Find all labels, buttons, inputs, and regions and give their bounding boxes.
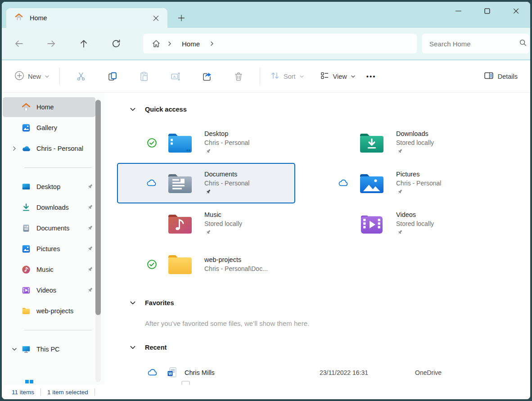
sort-icon: [270, 71, 280, 82]
sidebar-item-gallery[interactable]: Gallery: [3, 118, 97, 138]
sort-button[interactable]: Sort: [266, 67, 309, 86]
chevron-down-icon: [45, 74, 50, 79]
recent-file-row[interactable]: W Chris Mills 23/11/2022 16:31 OneDrive: [104, 361, 530, 384]
search-box[interactable]: [422, 34, 529, 54]
pin-icon: [84, 245, 95, 253]
forward-button[interactable]: [42, 35, 60, 53]
chevron-right-icon: [164, 38, 176, 50]
quick-access-grid: Desktop Chris - Personal Downloads Store…: [117, 122, 530, 284]
search-input[interactable]: [429, 40, 519, 48]
divider: [24, 330, 92, 330]
toolbar-divider: [59, 68, 60, 86]
new-button-label: New: [28, 73, 41, 80]
desktop-icon: [21, 182, 32, 192]
file-tile-documents[interactable]: Documents Chris - Personal: [117, 163, 295, 203]
pin-icon: [396, 229, 434, 237]
sync-ok-icon: [146, 137, 158, 149]
sidebar-item-music[interactable]: Music: [3, 260, 97, 279]
sidebar-item-documents[interactable]: Documents: [3, 218, 97, 238]
tab-home[interactable]: Home: [6, 8, 167, 28]
details-button[interactable]: Details: [479, 67, 522, 86]
svg-text:W: W: [168, 372, 172, 376]
folder-icon: [21, 306, 32, 316]
documents-icon: [21, 223, 32, 233]
folder-icon-downloads: [358, 131, 385, 154]
sidebar-item-pictures[interactable]: Pictures: [3, 239, 97, 259]
home-icon: [14, 13, 23, 23]
folder-icon-music: [167, 212, 194, 235]
word-document-icon: W: [167, 367, 177, 378]
chevron-down-icon[interactable]: [8, 347, 21, 352]
sidebar-item-this-pc[interactable]: This PC: [3, 339, 97, 359]
tile-name: Desktop: [204, 129, 249, 138]
tile-subtitle: Chris - Personal: [204, 179, 249, 188]
section-header-favorites[interactable]: Favorites: [104, 296, 530, 310]
sidebar-scrollbar[interactable]: [95, 99, 101, 382]
up-button[interactable]: [75, 35, 93, 53]
chevron-right-icon[interactable]: [206, 38, 218, 50]
chevron-down-icon: [130, 300, 141, 306]
pin-icon: [204, 148, 249, 156]
view-icon: [320, 71, 329, 82]
breadcrumb-item-home[interactable]: Home: [176, 40, 206, 48]
scrollbar-thumb[interactable]: [95, 100, 101, 315]
file-tile-videos[interactable]: Videos Stored locally: [309, 203, 487, 244]
pictures-icon: [21, 244, 32, 254]
back-button[interactable]: [10, 35, 28, 53]
sidebar-item-label: Videos: [36, 287, 84, 294]
pin-icon: [396, 148, 434, 156]
share-icon[interactable]: [202, 71, 212, 82]
refresh-button[interactable]: [107, 35, 125, 53]
file-tile-music[interactable]: Music Stored locally: [117, 203, 295, 244]
pin-icon: [396, 189, 441, 197]
sidebar-item-label: Desktop: [36, 183, 84, 190]
sidebar-item-label: Chris - Personal: [36, 145, 97, 152]
close-button[interactable]: [501, 2, 530, 20]
cloud-status-icon: [146, 177, 158, 189]
window-controls: [444, 2, 530, 20]
music-icon: [21, 265, 32, 275]
tile-name: Videos: [396, 210, 434, 219]
folder-icon-pictures: [358, 172, 385, 194]
sidebar-item-downloads[interactable]: Downloads: [3, 198, 97, 217]
address-bar[interactable]: Home: [143, 34, 417, 54]
recent-file-date: 23/11/2022 16:31: [320, 369, 415, 376]
new-button[interactable]: New: [10, 67, 54, 86]
delete-icon[interactable]: [233, 71, 244, 82]
sync-ok-icon: [146, 259, 158, 270]
more-options-icon[interactable]: •••: [360, 69, 383, 84]
new-tab-button[interactable]: [174, 10, 189, 26]
sidebar-item-web-projects[interactable]: web-projects: [3, 301, 97, 321]
sidebar-item-desktop[interactable]: Desktop: [3, 177, 97, 197]
tile-subtitle: Stored locally: [204, 219, 242, 228]
copy-icon[interactable]: [107, 71, 118, 82]
cut-icon[interactable]: [76, 71, 86, 82]
sidebar-item-label: Home: [36, 104, 95, 111]
section-header-recent[interactable]: Recent: [104, 341, 530, 354]
sidebar-item-onedrive[interactable]: Chris - Personal: [3, 139, 97, 158]
file-tile-desktop[interactable]: Desktop Chris - Personal: [117, 122, 295, 163]
file-tile-pictures[interactable]: Pictures Chris - Personal: [309, 163, 487, 203]
partially-visible-file-icon: [180, 380, 191, 385]
file-tile-downloads[interactable]: Downloads Stored locally: [309, 122, 487, 163]
details-button-label: Details: [498, 73, 518, 80]
rename-icon[interactable]: A: [170, 71, 181, 82]
sidebar-item-home[interactable]: Home: [3, 97, 95, 117]
paste-icon[interactable]: [139, 71, 149, 82]
statusbar-divider: [41, 388, 41, 396]
search-icon[interactable]: [519, 39, 527, 49]
tile-name: Downloads: [396, 129, 434, 138]
minimize-button[interactable]: [444, 2, 473, 20]
view-button[interactable]: View: [315, 67, 360, 86]
sidebar-item-videos[interactable]: Videos: [3, 280, 97, 300]
folder-icon-desktop: [167, 131, 194, 154]
toolbar-divider: [260, 68, 260, 86]
breadcrumb-home-icon[interactable]: [149, 36, 164, 51]
chevron-right-icon[interactable]: [8, 146, 21, 151]
maximize-button[interactable]: [473, 2, 501, 20]
section-header-quick-access[interactable]: Quick access: [104, 103, 530, 116]
sidebar-item-label: Downloads: [36, 204, 84, 211]
tab-close-icon[interactable]: [149, 12, 162, 24]
file-tile-web-projects[interactable]: web-projects Chris - Personal\Doc...: [117, 244, 295, 284]
tile-subtitle: Stored locally: [396, 138, 434, 147]
